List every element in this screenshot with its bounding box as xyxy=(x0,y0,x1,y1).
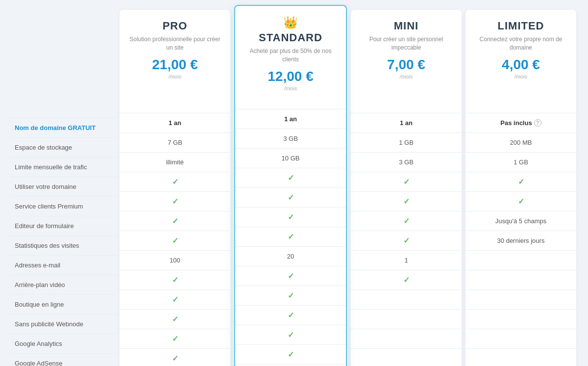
plan-cell-mini-form_editor xyxy=(351,211,462,231)
plan-description-limited: Connectez votre propre nom de domaine xyxy=(473,35,569,52)
check-icon-pro-premium_support xyxy=(172,197,178,206)
plan-cell-pro-emails: 100 xyxy=(120,250,230,270)
check-icon-pro-stats xyxy=(172,236,178,245)
plan-cell-mini-emails: 1 xyxy=(351,250,462,270)
plan-cell-pro-custom_domain xyxy=(120,172,230,191)
plan-column-limited: LIMITEDConnectez votre propre nom de dom… xyxy=(466,10,576,366)
plan-cell-pro-form_editor xyxy=(120,211,230,231)
plan-cell-mini-premium_support xyxy=(351,191,462,211)
plan-period-standard: /mois xyxy=(284,85,297,91)
check-icon-pro-analytics xyxy=(172,334,178,343)
plan-cell-pro-domain: 1 an xyxy=(120,113,230,132)
feature-label-form_editor: Editeur de formulaire xyxy=(10,216,118,235)
plan-cell-limited-analytics xyxy=(466,329,576,348)
plan-cell-standard-domain: 1 an xyxy=(235,109,346,129)
check-icon-standard-stats xyxy=(288,232,294,241)
plan-cell-mini-shop xyxy=(351,289,462,309)
plan-cell-pro-traffic: illimité xyxy=(120,152,230,172)
plan-cell-pro-no_ads xyxy=(120,309,230,329)
feature-label-analytics: Google Analytics xyxy=(10,334,118,353)
plan-cell-limited-video_bg xyxy=(466,270,576,289)
plan-cell-limited-emails xyxy=(466,250,576,270)
check-icon-standard-form_editor xyxy=(288,212,294,222)
plan-cell-limited-custom_domain xyxy=(466,172,576,191)
feature-label-emails: Adresses e-mail xyxy=(10,255,118,275)
plan-cell-pro-video_bg xyxy=(120,270,230,289)
plan-cell-mini-no_ads xyxy=(351,309,462,329)
plan-cell-mini-video_bg xyxy=(351,270,462,289)
plan-header-limited: LIMITEDConnectez votre propre nom de dom… xyxy=(466,10,576,113)
plan-cell-pro-stats xyxy=(120,231,230,250)
feature-label-no_ads: Sans publicité Webnode xyxy=(10,314,118,334)
plan-cell-standard-emails: 20 xyxy=(235,246,346,266)
plan-cell-standard-custom_domain xyxy=(235,168,346,187)
plan-cell-pro-shop xyxy=(120,289,230,309)
check-icon-pro-shop xyxy=(172,295,178,304)
plan-price-limited: 4,00 € xyxy=(502,57,540,73)
check-icon-mini-form_editor xyxy=(403,216,410,226)
plan-cell-limited-storage: 200 MB xyxy=(466,132,576,152)
plan-column-standard: 👑STANDARDAcheté par plus de 50% de nos c… xyxy=(234,5,347,366)
comparison-table: Nom de domaine GRATUITEspace de stockage… xyxy=(10,10,578,366)
check-icon-standard-video_bg xyxy=(288,271,294,281)
plan-column-mini: MINIPour créer un site personnel impecca… xyxy=(351,10,462,366)
plan-cell-standard-traffic: 10 GB xyxy=(235,148,346,168)
check-icon-mini-custom_domain xyxy=(403,177,410,186)
check-icon-standard-shop xyxy=(288,291,294,300)
plan-cell-limited-domain: Pas inclus? xyxy=(466,113,576,132)
check-icon-standard-premium_support xyxy=(288,193,294,202)
feature-label-premium_support: Service clients Premium xyxy=(10,196,118,216)
feature-label-storage: Espace de stockage xyxy=(10,137,118,157)
plan-cell-limited-premium_support xyxy=(466,191,576,211)
plan-cell-standard-form_editor xyxy=(235,207,346,227)
plan-cell-standard-storage: 3 GB xyxy=(235,129,346,148)
plan-description-standard: Acheté par plus de 50% de nos clients xyxy=(243,47,339,64)
plan-cell-standard-no_ads xyxy=(235,305,346,325)
plan-cell-limited-form_editor: Jusqu'à 5 champs xyxy=(466,211,576,231)
feature-label-adsense: Google AdSense xyxy=(10,353,118,366)
help-icon-domain[interactable]: ? xyxy=(534,119,541,127)
plan-cell-limited-stats: 30 derniers jours xyxy=(466,231,576,250)
plan-cell-mini-domain: 1 an xyxy=(351,113,462,132)
plan-name-mini: MINI xyxy=(394,20,418,32)
plan-name-pro: PRO xyxy=(163,20,188,32)
plan-cell-standard-adsense xyxy=(235,344,346,364)
feature-label-stats: Statistiques des visites xyxy=(10,235,118,255)
feature-label-domain: Nom de domaine GRATUIT xyxy=(10,118,118,137)
feature-label-traffic: Limite mensuelle de trafic xyxy=(10,157,118,177)
plan-cell-limited-no_ads xyxy=(466,309,576,329)
check-icon-pro-adsense xyxy=(172,354,178,363)
plan-cell-pro-premium_support xyxy=(120,191,230,211)
plan-header-mini: MINIPour créer un site personnel impecca… xyxy=(351,10,462,113)
plan-cell-pro-analytics xyxy=(120,329,230,348)
plan-cell-mini-storage: 1 GB xyxy=(351,132,462,152)
plan-cell-standard-stats xyxy=(235,227,346,246)
feature-column: Nom de domaine GRATUITEspace de stockage… xyxy=(10,10,118,366)
plan-price-mini: 7,00 € xyxy=(387,57,425,73)
plan-header-standard: 👑STANDARDAcheté par plus de 50% de nos c… xyxy=(235,6,346,109)
plan-period-mini: /mois xyxy=(400,74,413,79)
check-icon-mini-video_bg xyxy=(403,275,410,285)
feature-label-video_bg: Arrière-plan vidéo xyxy=(10,275,118,294)
crown-icon: 👑 xyxy=(283,16,298,29)
check-icon-standard-custom_domain xyxy=(288,173,294,183)
plan-name-limited: LIMITED xyxy=(498,20,544,32)
plan-cell-mini-adsense xyxy=(351,348,462,366)
check-icon-standard-adsense xyxy=(288,350,294,359)
feature-label-shop: Boutique en ligne xyxy=(10,294,118,314)
plan-cell-mini-custom_domain xyxy=(351,172,462,191)
plan-name-standard: STANDARD xyxy=(259,31,322,44)
plan-cell-pro-adsense xyxy=(120,348,230,366)
plan-cell-limited-shop xyxy=(466,289,576,309)
plan-cell-limited-traffic: 1 GB xyxy=(466,152,576,172)
plan-description-mini: Pour créer un site personnel impeccable xyxy=(358,35,454,52)
plan-cell-standard-video_bg xyxy=(235,266,346,286)
check-icon-limited-premium_support xyxy=(518,197,524,206)
plan-period-pro: /mois xyxy=(169,74,181,79)
plan-description-pro: Solution professionnelle pour créer un s… xyxy=(127,35,223,52)
check-icon-standard-analytics xyxy=(288,330,294,340)
plan-cell-standard-analytics xyxy=(235,325,346,344)
plan-price-pro: 21,00 € xyxy=(152,57,197,73)
plan-cell-mini-analytics xyxy=(351,329,462,348)
plan-cell-limited-adsense xyxy=(466,348,576,366)
